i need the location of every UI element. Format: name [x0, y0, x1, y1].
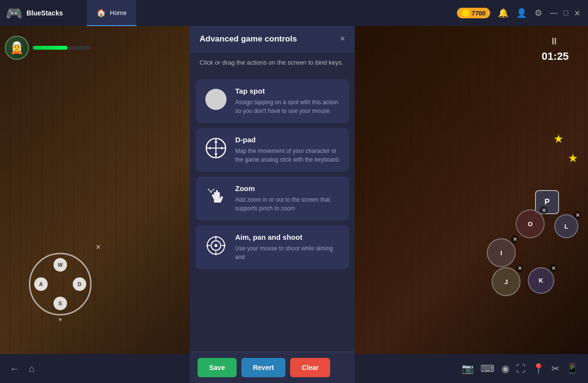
dpad-arrow: ▼: [57, 316, 63, 323]
skill-k-button[interactable]: ✕ K: [528, 267, 554, 294]
tap-spot-item[interactable]: Tap spot Assign tapping on a spot with t…: [196, 79, 349, 123]
aim-control-icon: [205, 235, 227, 256]
skill-cluster: ✕ O ✕ I ✕ L ✕ J ✕ K: [477, 209, 583, 306]
revert-button[interactable]: Revert: [241, 358, 286, 377]
expand-icon[interactable]: ⛶: [516, 363, 526, 374]
window-controls: — □ ✕: [550, 9, 580, 18]
user-icon[interactable]: 👤: [516, 8, 527, 18]
dpad-key-up: W: [53, 258, 67, 272]
dpad-circle: W S A D: [29, 253, 92, 315]
tab-label: Home: [110, 9, 127, 16]
skill-j-close[interactable]: ✕: [516, 264, 523, 272]
bottom-right-controls: 📷 ⌨ ◉ ⛶ 📍 ✂ 📱: [462, 363, 578, 374]
dpad-overlay[interactable]: ✕ W S A D ▼: [29, 253, 92, 315]
character-avatar: 🧝: [5, 36, 29, 60]
keyboard-icon[interactable]: ⌨: [481, 363, 494, 374]
save-button[interactable]: Save: [198, 358, 237, 377]
character-info: 🧝: [5, 36, 91, 60]
svg-point-10: [214, 244, 217, 247]
tap-spot-icon-wrap: [203, 87, 228, 112]
minimize-button[interactable]: —: [550, 9, 558, 17]
modal-footer: Save Revert Clear: [190, 352, 355, 383]
clear-button[interactable]: Clear: [290, 358, 330, 377]
aim-desc: Use your mouse to shoot while aiming and: [235, 244, 341, 261]
dpad-close-button[interactable]: ✕: [95, 243, 101, 251]
p-key-label: P: [545, 198, 550, 206]
bottom-left-controls: ← ⌂: [10, 363, 35, 374]
tap-spot-name: Tap spot: [235, 87, 341, 95]
dpad-item[interactable]: D-pad Map the movement of your character…: [196, 128, 349, 172]
star-2: ★: [568, 151, 578, 165]
tap-spot-text: Tap spot Assign tapping on a spot with t…: [235, 87, 341, 115]
home-icon: 🏠: [96, 8, 106, 17]
svg-marker-5: [208, 147, 211, 150]
screenshot-icon[interactable]: 📷: [462, 363, 474, 374]
mobile-icon[interactable]: 📱: [566, 363, 578, 374]
dpad-key-right: D: [73, 277, 86, 291]
zoom-text: Zoom Add zoom in or out to the screen th…: [235, 184, 341, 213]
svg-marker-3: [214, 140, 217, 143]
settings-icon[interactable]: ⚙: [535, 8, 542, 18]
app-logo-area: 🎮 BlueStacks: [0, 5, 87, 21]
modal-header: Advanced game controls ×: [190, 26, 355, 52]
health-bar-area: [33, 46, 91, 50]
skill-l-button[interactable]: ✕ L: [554, 214, 578, 238]
coin-icon: [462, 9, 469, 17]
health-fill: [33, 46, 67, 50]
title-bar: 🎮 BlueStacks 🏠 Home 7700 🔔 👤 ⚙ — □ ✕: [0, 0, 588, 26]
title-bar-right: 7700 🔔 👤 ⚙ — □ ✕: [457, 8, 588, 18]
dpad-icon-wrap: [203, 136, 228, 161]
bell-icon[interactable]: 🔔: [498, 8, 508, 18]
skill-i-close[interactable]: ✕: [511, 235, 519, 243]
advanced-controls-modal: Advanced game controls × Click or drag t…: [190, 26, 355, 383]
game-timer: 01:25: [542, 50, 569, 63]
svg-marker-6: [221, 147, 224, 150]
modal-title: Advanced game controls: [200, 34, 297, 44]
modal-subtitle: Click or drag the actions on the screen …: [190, 52, 355, 73]
app-name: BlueStacks: [27, 9, 63, 17]
aim-item[interactable]: Aim, pan and shoot Use your mouse to sho…: [196, 225, 349, 269]
modal-close-button[interactable]: ×: [340, 34, 345, 44]
star-1: ★: [553, 132, 564, 146]
coin-amount: 7700: [471, 10, 485, 17]
pause-button[interactable]: ⏸: [549, 36, 559, 47]
zoom-control-icon: [205, 186, 227, 207]
dpad-desc: Map the movement of your character or th…: [235, 147, 341, 164]
back-icon[interactable]: ←: [10, 363, 19, 374]
tap-spot-icon: [205, 89, 227, 110]
dpad-key-down: S: [53, 297, 67, 310]
zoom-item[interactable]: Zoom Add zoom in or out to the screen th…: [196, 177, 349, 220]
skill-o-close[interactable]: ✕: [540, 206, 548, 214]
game-background-left: 🧝 ✕ W S A D ▼: [0, 26, 190, 354]
home-nav-icon[interactable]: ⌂: [29, 363, 35, 374]
skill-l-close[interactable]: ✕: [574, 211, 581, 219]
health-bar: [33, 46, 91, 50]
zoom-icon-wrap: [203, 184, 228, 209]
eye-icon[interactable]: ◉: [501, 363, 509, 374]
tap-spot-desc: Assign tapping on a spot with this actio…: [235, 98, 341, 115]
location-icon[interactable]: 📍: [533, 363, 545, 374]
home-tab[interactable]: 🏠 Home: [87, 0, 136, 26]
scissors-icon[interactable]: ✂: [551, 363, 560, 374]
maximize-button[interactable]: □: [563, 9, 568, 17]
dpad-key-left: A: [34, 277, 48, 291]
dpad-name: D-pad: [235, 136, 341, 144]
skill-i-button[interactable]: ✕ I: [487, 238, 516, 267]
svg-marker-4: [214, 153, 217, 156]
dpad-control-icon: [205, 137, 227, 159]
dpad-text: D-pad Map the movement of your character…: [235, 136, 341, 164]
zoom-desc: Add zoom in or out to the screen that su…: [235, 195, 341, 213]
main-area: 🧝 ✕ W S A D ▼ Advanced game controls × C…: [0, 26, 588, 383]
aim-text: Aim, pan and shoot Use your mouse to sho…: [235, 233, 341, 261]
skill-k-close[interactable]: ✕: [549, 264, 557, 272]
coin-badge: 7700: [457, 8, 490, 18]
zoom-name: Zoom: [235, 184, 341, 192]
bluestacks-logo: 🎮: [6, 5, 23, 21]
close-button[interactable]: ✕: [574, 9, 580, 18]
aim-icon-wrap: [203, 233, 228, 258]
modal-body: Tap spot Assign tapping on a spot with t…: [190, 73, 355, 352]
skill-j-button[interactable]: ✕ J: [492, 267, 521, 296]
skill-o-button[interactable]: ✕ O: [516, 209, 545, 238]
aim-name: Aim, pan and shoot: [235, 233, 341, 241]
